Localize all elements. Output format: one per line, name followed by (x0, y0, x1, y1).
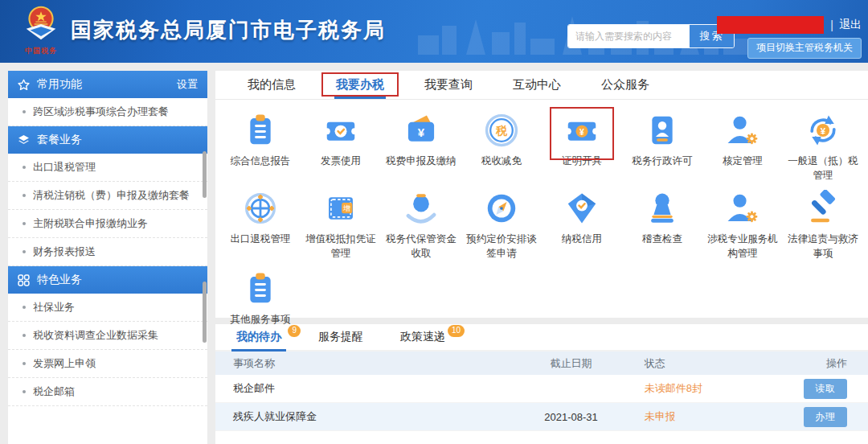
logo-caption: 中国税务 (16, 46, 66, 56)
table-header-row: 事项名称截止日期状态操作 (215, 352, 868, 375)
sidebar: 常用功能设置跨区域涉税事项综合办理套餐套餐业务出口退税管理清税注销税（费）申报及… (8, 71, 207, 444)
sidebar-item-label: 发票网上申领 (33, 356, 96, 371)
tab-公众服务[interactable]: 公众服务 (590, 71, 661, 99)
sidebar-scrollbar-thumb[interactable] (203, 282, 207, 343)
action-button[interactable]: 读取 (804, 379, 847, 399)
sidebar-section-header-3[interactable]: 特色业务 (8, 266, 207, 294)
sidebar-item-label: 出口退税管理 (33, 160, 96, 175)
stamp-icon (644, 190, 681, 227)
active-tab-underline (231, 349, 286, 352)
service-item-法律追责与救济事项[interactable]: 法律追责与救济事项 (783, 184, 863, 265)
tab-我要办税[interactable]: 我要办税 (325, 71, 395, 99)
todo-panel: 我的待办9服务提醒政策速递10 事项名称截止日期状态操作税企邮件未读邮件8封读取… (215, 324, 868, 444)
tab-label: 服务提醒 (318, 330, 363, 344)
bullet-dot-icon (23, 250, 26, 253)
logout-link[interactable]: 退出 (839, 18, 862, 32)
tab-互动中心[interactable]: 互动中心 (502, 71, 572, 99)
person-gear-icon (724, 190, 761, 227)
sidebar-item-label: 税企邮箱 (33, 384, 75, 399)
tab-服务提醒[interactable]: 服务提醒 (310, 324, 371, 350)
switch-tax-authority-button[interactable]: 项目切换主管税务机关 (747, 38, 862, 59)
gavel-icon (805, 190, 841, 227)
service-item-label: 税务代保管资金收取 (381, 232, 461, 261)
sidebar-item[interactable]: 主附税联合申报缴纳业务 (8, 210, 207, 238)
sidebar-item-label: 税收资料调查企业数据采集 (33, 328, 158, 343)
service-item-其他服务事项[interactable]: 其他服务事项 (220, 265, 301, 327)
service-item-增值税抵扣凭证管理[interactable]: 增增值税抵扣凭证管理 (301, 184, 381, 265)
service-item-综合信息报告[interactable]: 综合信息报告 (220, 106, 301, 184)
main-nav-tabs: 我的信息我要办税我要查询互动中心公众服务 (215, 71, 868, 100)
ticket-check-icon (322, 112, 359, 149)
service-item-label: 稽查检查 (622, 232, 702, 247)
column-header: 状态 (640, 356, 764, 371)
tab-我要查询[interactable]: 我要查询 (413, 71, 484, 99)
svg-text:¥: ¥ (821, 126, 826, 136)
stamp-doc-icon: 增 (322, 190, 359, 227)
sidebar-settings-link[interactable]: 设置 (177, 77, 198, 92)
tab-label: 公众服务 (601, 77, 649, 92)
action-button[interactable]: 办理 (804, 407, 847, 427)
sidebar-item-label: 财务报表报送 (33, 245, 96, 259)
service-item-一般退（抵）税管理[interactable]: ¥一般退（抵）税管理 (783, 106, 863, 184)
service-item-预约定价安排谈签申请[interactable]: 预约定价安排谈签申请 (461, 184, 542, 265)
layers-icon (18, 134, 30, 146)
sidebar-section-header-2[interactable]: 套餐业务 (8, 126, 207, 154)
sidebar-item[interactable]: 税收资料调查企业数据采集 (8, 322, 207, 350)
service-item-label: 综合信息报告 (220, 154, 301, 169)
column-header: 截止日期 (502, 356, 640, 371)
tax-emblem-icon (21, 3, 61, 45)
bullet-dot-icon (23, 222, 26, 225)
user-divider: | (830, 18, 833, 31)
todo-table: 事项名称截止日期状态操作税企邮件未读邮件8封读取残疾人就业保障金2021-08-… (215, 352, 868, 431)
service-item-核定管理[interactable]: 核定管理 (702, 106, 783, 184)
star-icon (18, 79, 30, 91)
search-input[interactable] (568, 25, 689, 47)
sidebar-item[interactable]: 财务报表报送 (8, 238, 207, 266)
user-area: | 退出 (717, 16, 862, 34)
sidebar-section-title: 常用功能 (37, 77, 82, 92)
column-header: 事项名称 (215, 356, 502, 371)
sidebar-item[interactable]: 跨区域涉税事项综合办理套餐 (8, 98, 207, 126)
service-item-证明开具[interactable]: ¥证明开具 (542, 106, 622, 184)
service-item-税收减免[interactable]: 税税收减免 (461, 106, 542, 184)
status-cell: 未申报 (640, 409, 764, 424)
sidebar-item[interactable]: 税企邮箱 (8, 378, 207, 406)
service-item-税务代保管资金收取[interactable]: 税务代保管资金收取 (381, 184, 461, 265)
service-item-涉税专业服务机构管理[interactable]: 涉税专业服务机构管理 (702, 184, 783, 265)
tab-label: 政策速递 (400, 330, 445, 344)
tab-我的待办[interactable]: 我的待办9 (228, 324, 289, 350)
refresh-yen-icon: ¥ (805, 112, 841, 149)
service-item-label: 涉税专业服务机构管理 (702, 232, 783, 261)
person-gear-icon (724, 112, 761, 149)
column-header: 操作 (764, 356, 868, 371)
agency-logo: 中国税务 (16, 3, 66, 56)
sidebar-item[interactable]: 出口退税管理 (8, 154, 207, 182)
service-item-稽查检查[interactable]: 稽查检查 (622, 184, 702, 265)
table-row: 税企邮件未读邮件8封读取 (215, 375, 868, 403)
service-item-发票使用[interactable]: 发票使用 (301, 106, 381, 184)
service-item-税费申报及缴纳[interactable]: ¥税费申报及缴纳 (381, 106, 461, 184)
bullet-dot-icon (23, 306, 26, 309)
service-item-纳税信用[interactable]: 纳税信用 (542, 184, 622, 265)
service-item-label: 证明开具 (542, 154, 622, 169)
sidebar-item[interactable]: 清税注销税（费）申报及缴纳套餐 (8, 182, 207, 210)
service-item-税务行政许可[interactable]: 税务行政许可 (622, 106, 702, 184)
diamond-check-icon (563, 190, 600, 227)
tab-label: 我的信息 (248, 77, 296, 92)
service-item-出口退税管理[interactable]: 出口退税管理 (220, 184, 301, 265)
tab-我的信息[interactable]: 我的信息 (236, 71, 307, 99)
status-cell: 未读邮件8封 (640, 381, 764, 396)
tab-政策速递[interactable]: 政策速递10 (392, 324, 453, 350)
service-item-label: 纳税信用 (542, 232, 622, 247)
action-cell: 办理 (764, 407, 868, 427)
count-badge: 9 (288, 325, 301, 337)
service-item-label: 税费申报及缴纳 (381, 154, 461, 169)
sidebar-scrollbar-thumb[interactable] (203, 151, 207, 198)
action-cell: 读取 (764, 379, 868, 399)
sidebar-section-header-1[interactable]: 常用功能设置 (8, 71, 207, 98)
todo-panel-tabs: 我的待办9服务提醒政策速递10 (215, 324, 868, 352)
sidebar-item[interactable]: 发票网上申领 (8, 350, 207, 378)
sidebar-item[interactable]: 社保业务 (8, 294, 207, 322)
page-title: 国家税务总局厦门市电子税务局 (71, 16, 386, 44)
globe-icon (242, 190, 279, 227)
